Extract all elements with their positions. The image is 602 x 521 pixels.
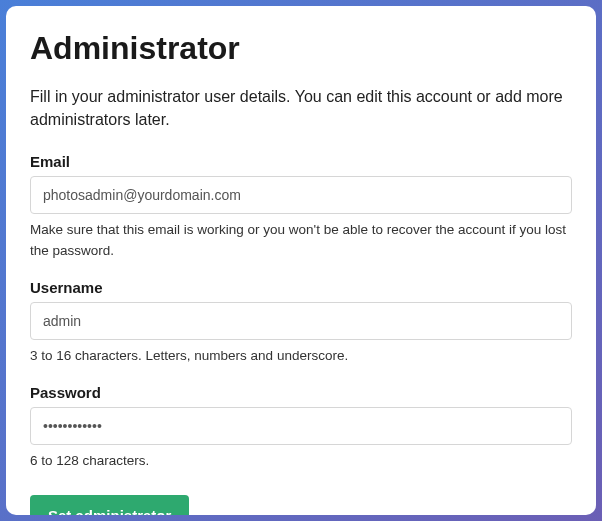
- page-intro: Fill in your administrator user details.…: [30, 85, 572, 131]
- page-title: Administrator: [30, 30, 572, 67]
- username-group: Username 3 to 16 characters. Letters, nu…: [30, 279, 572, 366]
- admin-setup-card: Administrator Fill in your administrator…: [6, 6, 596, 515]
- password-help: 6 to 128 characters.: [30, 451, 572, 471]
- email-help: Make sure that this email is working or …: [30, 220, 572, 261]
- password-group: Password 6 to 128 characters.: [30, 384, 572, 471]
- password-label: Password: [30, 384, 572, 401]
- email-group: Email Make sure that this email is worki…: [30, 153, 572, 261]
- username-label: Username: [30, 279, 572, 296]
- username-field[interactable]: [30, 302, 572, 340]
- email-field[interactable]: [30, 176, 572, 214]
- username-help: 3 to 16 characters. Letters, numbers and…: [30, 346, 572, 366]
- email-label: Email: [30, 153, 572, 170]
- set-administrator-button[interactable]: Set administrator: [30, 495, 189, 515]
- password-field[interactable]: [30, 407, 572, 445]
